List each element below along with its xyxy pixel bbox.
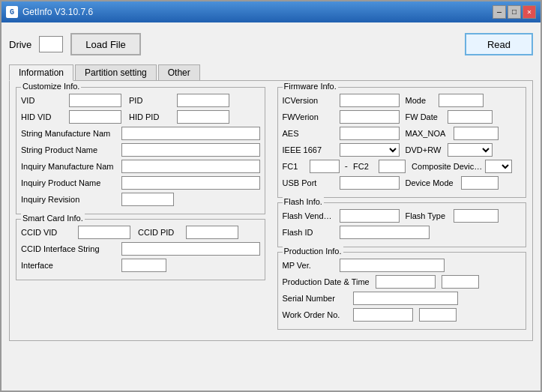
work-order-input2[interactable] — [419, 308, 457, 322]
pid-label: PID — [129, 96, 174, 105]
max-noa-label: MAX_NOA — [406, 129, 451, 138]
production-info-group: Production Info. MP Ver. Production Date… — [277, 252, 527, 330]
ieee-label: IEEE 1667 — [283, 145, 337, 154]
customize-info-content: VID PID HID VID HID PID — [21, 94, 260, 206]
usb-port-label: USB Port — [283, 178, 337, 187]
tab-other[interactable]: Other — [158, 64, 200, 80]
inq-rev-label: Inquiry Revision — [21, 195, 118, 204]
flash-type-input[interactable] — [454, 209, 499, 223]
mode-label: Mode — [406, 96, 436, 105]
smart-card-content: CCID VID CCID PID CCID Interface String — [21, 226, 260, 272]
ccid-pid-label: CCID PID — [138, 228, 183, 237]
interface-input[interactable] — [121, 259, 166, 272]
read-button[interactable]: Read — [465, 33, 533, 55]
flash-type-label: Flash Type — [406, 211, 451, 220]
main-window: G GetInfo V3.10.7.6 — □ ✕ Drive Load Fil… — [0, 0, 542, 392]
dvdrw-select[interactable] — [448, 143, 493, 157]
ccid-iface-label: CCID Interface String — [21, 244, 118, 253]
minimize-button[interactable]: — — [493, 5, 506, 19]
serial-input[interactable] — [353, 292, 458, 305]
ccid-pid-input[interactable] — [186, 226, 238, 239]
prod-date-input[interactable] — [376, 275, 436, 289]
str-prod-input[interactable] — [121, 143, 260, 157]
str-mfr-row: String Manufacture Nam — [21, 127, 260, 140]
serial-label: Serial Number — [283, 294, 350, 303]
ccid-vid-input[interactable] — [78, 226, 130, 239]
prod-date-row: Production Date & Time — [283, 275, 522, 289]
inq-prod-label: Inquiry Product Name — [21, 178, 118, 187]
customize-info-title: Customize Info. — [21, 82, 81, 91]
hid-pid-input[interactable] — [177, 110, 229, 124]
prod-time-input[interactable] — [442, 275, 479, 289]
vid-pid-row: VID PID — [21, 94, 260, 107]
ccid-iface-input[interactable] — [121, 242, 260, 256]
mp-ver-label: MP Ver. — [283, 261, 337, 270]
ccid-vid-pid-row: CCID VID CCID PID — [21, 226, 260, 239]
pid-input[interactable] — [177, 94, 229, 107]
inq-rev-input[interactable] — [121, 193, 174, 206]
inq-prod-input[interactable] — [121, 176, 260, 190]
inq-mfr-input[interactable] — [121, 160, 260, 173]
str-mfr-input[interactable] — [121, 127, 260, 140]
ic-version-input[interactable] — [340, 94, 400, 107]
close-button[interactable]: ✕ — [523, 5, 536, 19]
firmware-info-content: ICVersion Mode FWVerion FW Date — [283, 94, 522, 190]
fc2-input[interactable] — [379, 160, 406, 173]
hid-vid-input[interactable] — [69, 110, 121, 124]
work-order-label: Work Order No. — [283, 310, 350, 319]
left-column: Customize Info. VID PID — [16, 87, 265, 334]
usb-port-input[interactable] — [340, 176, 400, 190]
aes-label: AES — [283, 129, 337, 138]
mp-ver-input[interactable] — [340, 259, 445, 272]
tab-container: Information Partition setting Other Cust… — [9, 64, 533, 341]
fw-version-label: FWVerion — [283, 112, 337, 121]
content-area: Drive Load File Read Information Partiti… — [1, 22, 541, 391]
fw-date-label: FW Date — [406, 112, 445, 121]
tab-partition-setting[interactable]: Partition setting — [75, 64, 157, 80]
title-bar-left: G GetInfo V3.10.7.6 — [6, 6, 93, 18]
device-mode-input[interactable] — [461, 176, 499, 190]
right-column: Firmware Info. ICVersion Mode — [277, 87, 527, 334]
flash-info-title: Flash Info. — [283, 197, 324, 206]
tab-information[interactable]: Information — [9, 64, 73, 81]
interface-label: Interface — [21, 261, 118, 270]
vid-input[interactable] — [69, 94, 121, 107]
window-title: GetInfo V3.10.7.6 — [22, 7, 93, 17]
flash-id-row: Flash ID — [283, 226, 522, 239]
work-order-input[interactable] — [353, 308, 413, 322]
fc1-input[interactable] — [310, 160, 340, 173]
prod-date-label: Production Date & Time — [283, 277, 373, 286]
flash-id-input[interactable] — [340, 226, 430, 239]
fc-dash: - — [343, 162, 351, 171]
ccid-vid-label: CCID VID — [21, 228, 75, 237]
ieee-select[interactable] — [340, 143, 400, 157]
max-noa-input[interactable] — [454, 127, 499, 140]
composite-select[interactable] — [485, 160, 512, 173]
tab-bar: Information Partition setting Other — [9, 64, 533, 81]
interface-row: Interface — [21, 259, 260, 272]
fw-date-input[interactable] — [448, 110, 493, 124]
mode-input[interactable] — [439, 94, 484, 107]
tab-information-content: Customize Info. VID PID — [9, 81, 533, 341]
str-mfr-label: String Manufacture Nam — [21, 129, 118, 138]
str-prod-label: String Product Name — [21, 145, 118, 154]
work-order-row: Work Order No. — [283, 308, 522, 322]
maximize-button[interactable]: □ — [508, 5, 521, 19]
flash-vendor-type-row: Flash Vend… Flash Type — [283, 209, 522, 223]
flash-vendor-input[interactable] — [340, 209, 400, 223]
hid-vid-label: HID VID — [21, 112, 66, 121]
fw-version-input[interactable] — [340, 110, 400, 124]
title-bar: G GetInfo V3.10.7.6 — □ ✕ — [1, 1, 541, 22]
aes-input[interactable] — [340, 127, 400, 140]
drive-input[interactable] — [39, 36, 63, 52]
firmware-info-group: Firmware Info. ICVersion Mode — [277, 87, 527, 198]
fc-composite-row: FC1 - FC2 Composite Devic… — [283, 160, 522, 173]
inq-mfr-row: Inquiry Manufacture Nam — [21, 160, 260, 173]
mp-ver-row: MP Ver. — [283, 259, 522, 272]
vid-label: VID — [21, 96, 66, 105]
usb-device-row: USB Port Device Mode — [283, 176, 522, 190]
inq-mfr-label: Inquiry Manufacture Nam — [21, 162, 118, 171]
ic-mode-row: ICVersion Mode — [283, 94, 522, 107]
serial-row: Serial Number — [283, 292, 522, 305]
load-file-button[interactable]: Load File — [70, 33, 140, 55]
